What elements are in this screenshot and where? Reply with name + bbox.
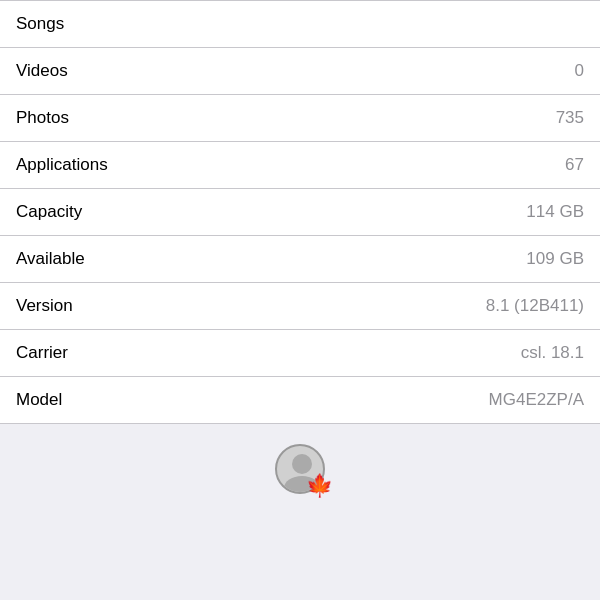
row-value-version: 8.1 (12B411) — [486, 296, 584, 316]
maple-leaf-icon: 🍁 — [306, 473, 333, 499]
row-label-photos: Photos — [16, 108, 69, 128]
row-value-videos: 0 — [575, 61, 584, 81]
row-label-carrier: Carrier — [16, 343, 68, 363]
settings-list: Songs Videos 0 Photos 735 Applications 6… — [0, 0, 600, 424]
row-value-capacity: 114 GB — [526, 202, 584, 222]
row-label-version: Version — [16, 296, 73, 316]
row-capacity: Capacity 114 GB — [0, 189, 600, 236]
row-label-videos: Videos — [16, 61, 68, 81]
row-songs: Songs — [0, 1, 600, 48]
svg-point-0 — [292, 454, 312, 474]
row-label-applications: Applications — [16, 155, 108, 175]
row-label-songs: Songs — [16, 14, 64, 34]
row-value-applications: 67 — [565, 155, 584, 175]
row-label-capacity: Capacity — [16, 202, 82, 222]
row-carrier: Carrier csl. 18.1 — [0, 330, 600, 377]
row-videos: Videos 0 — [0, 48, 600, 95]
row-label-model: Model — [16, 390, 62, 410]
avatar-area: 🍁 — [275, 444, 325, 494]
row-label-available: Available — [16, 249, 85, 269]
row-version: Version 8.1 (12B411) — [0, 283, 600, 330]
row-available: Available 109 GB — [0, 236, 600, 283]
row-model: Model MG4E2ZP/A — [0, 377, 600, 423]
bottom-area: 🍁 — [0, 424, 600, 504]
row-photos: Photos 735 — [0, 95, 600, 142]
row-applications: Applications 67 — [0, 142, 600, 189]
row-value-photos: 735 — [556, 108, 584, 128]
row-value-carrier: csl. 18.1 — [521, 343, 584, 363]
row-value-available: 109 GB — [526, 249, 584, 269]
row-value-model: MG4E2ZP/A — [489, 390, 584, 410]
